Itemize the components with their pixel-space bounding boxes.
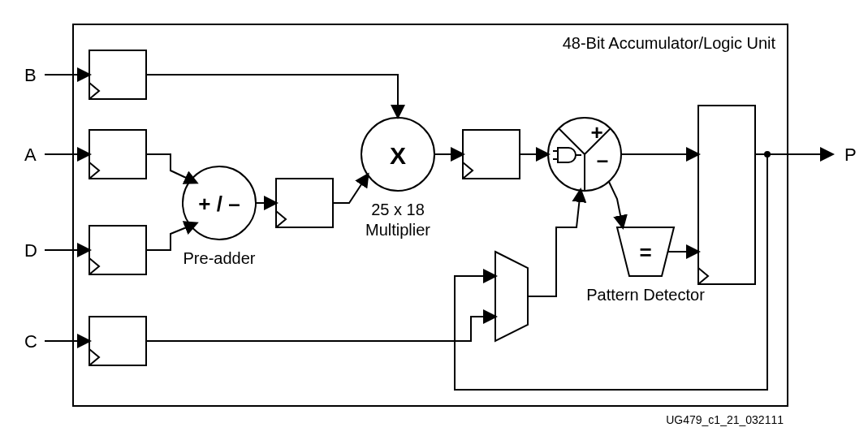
dsp-block-diagram: 48-Bit Accumulator/Logic Unit B A D C + … (0, 0, 868, 436)
reg-d (89, 226, 146, 274)
preadder-label: Pre-adder (184, 249, 256, 267)
reg-c (89, 317, 146, 365)
reg-a (89, 130, 146, 179)
svg-text:+: + (590, 120, 602, 145)
reg-mult (463, 130, 520, 179)
reg-out (698, 106, 755, 284)
multiplier: X (361, 118, 434, 191)
reg-b (89, 50, 146, 99)
multiplier-label-1: 25 x 18 (371, 201, 425, 218)
port-p-label: P (844, 145, 857, 165)
port-b-label: B (24, 65, 37, 85)
svg-rect-20 (698, 106, 755, 284)
multiplier-label-2: Multiplier (365, 221, 430, 239)
slice-outline (73, 24, 788, 406)
svg-text:X: X (390, 142, 406, 169)
preadder: + / – (183, 166, 256, 240)
alu: + – (548, 118, 621, 191)
reg-preadder (276, 179, 333, 227)
svg-text:=: = (639, 240, 651, 265)
svg-text:–: – (597, 148, 608, 172)
port-a-label: A (24, 145, 37, 165)
port-c-label: C (24, 331, 37, 352)
title: 48-Bit Accumulator/Logic Unit (563, 34, 776, 52)
pattern-detector-label: Pattern Detector (586, 286, 705, 304)
figure-id: UG479_c1_21_032111 (666, 413, 784, 426)
svg-text:+ / –: + / – (198, 192, 240, 216)
port-d-label: D (24, 240, 37, 261)
mux (495, 252, 528, 341)
